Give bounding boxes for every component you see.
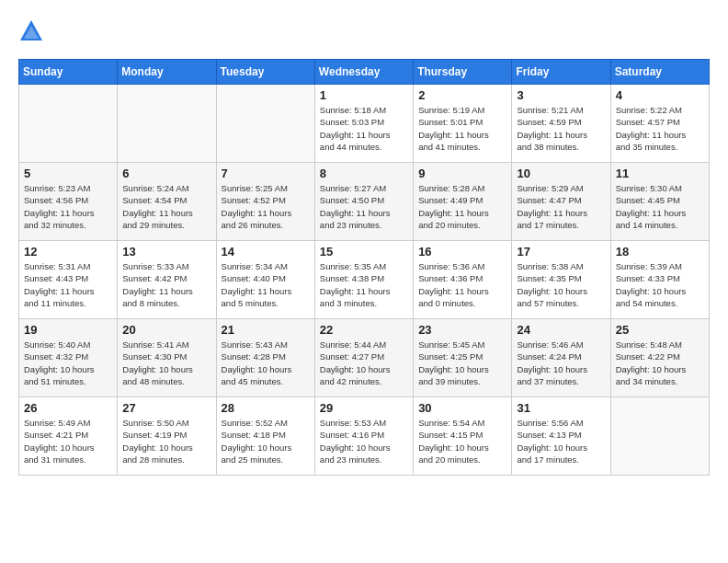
calendar-day-cell: 19Sunrise: 5:40 AM Sunset: 4:32 PM Dayli… <box>19 319 118 397</box>
day-detail: Sunrise: 5:39 AM Sunset: 4:33 PM Dayligh… <box>616 260 704 309</box>
calendar-week-row: 26Sunrise: 5:49 AM Sunset: 4:21 PM Dayli… <box>19 397 710 476</box>
calendar-day-cell: 12Sunrise: 5:31 AM Sunset: 4:43 PM Dayli… <box>19 241 118 319</box>
day-number: 9 <box>418 167 506 180</box>
day-detail: Sunrise: 5:25 AM Sunset: 4:52 PM Dayligh… <box>222 182 310 231</box>
calendar-day-cell: 30Sunrise: 5:54 AM Sunset: 4:15 PM Dayli… <box>414 397 512 476</box>
day-detail: Sunrise: 5:23 AM Sunset: 4:56 PM Dayligh… <box>24 182 112 231</box>
calendar-day-cell: 22Sunrise: 5:44 AM Sunset: 4:27 PM Dayli… <box>314 319 413 397</box>
day-detail: Sunrise: 5:44 AM Sunset: 4:27 PM Dayligh… <box>320 339 408 387</box>
day-detail: Sunrise: 5:43 AM Sunset: 4:28 PM Dayligh… <box>222 339 310 387</box>
day-detail: Sunrise: 5:49 AM Sunset: 4:21 PM Dayligh… <box>24 417 112 465</box>
calendar-day-cell: 26Sunrise: 5:49 AM Sunset: 4:21 PM Dayli… <box>19 397 118 476</box>
calendar-day-cell: 20Sunrise: 5:41 AM Sunset: 4:30 PM Dayli… <box>118 319 216 397</box>
calendar-day-cell: 17Sunrise: 5:38 AM Sunset: 4:35 PM Dayli… <box>512 241 610 319</box>
calendar-day-cell: 29Sunrise: 5:53 AM Sunset: 4:16 PM Dayli… <box>314 397 413 476</box>
calendar-day-cell: 10Sunrise: 5:29 AM Sunset: 4:47 PM Dayli… <box>512 163 610 241</box>
day-detail: Sunrise: 5:35 AM Sunset: 4:38 PM Dayligh… <box>320 260 408 309</box>
calendar-table: SundayMondayTuesdayWednesdayThursdayFrid… <box>18 59 710 476</box>
calendar-week-row: 19Sunrise: 5:40 AM Sunset: 4:32 PM Dayli… <box>19 319 710 397</box>
day-detail: Sunrise: 5:33 AM Sunset: 4:42 PM Dayligh… <box>122 260 210 309</box>
day-detail: Sunrise: 5:52 AM Sunset: 4:18 PM Dayligh… <box>222 417 310 465</box>
calendar-day-cell: 31Sunrise: 5:56 AM Sunset: 4:13 PM Dayli… <box>512 397 610 476</box>
day-number: 7 <box>222 167 310 180</box>
calendar-day-cell: 3Sunrise: 5:21 AM Sunset: 4:59 PM Daylig… <box>512 85 610 163</box>
day-number: 18 <box>616 245 704 259</box>
day-detail: Sunrise: 5:53 AM Sunset: 4:16 PM Dayligh… <box>320 417 408 465</box>
calendar-day-cell: 13Sunrise: 5:33 AM Sunset: 4:42 PM Dayli… <box>118 241 216 319</box>
day-detail: Sunrise: 5:28 AM Sunset: 4:49 PM Dayligh… <box>418 182 506 231</box>
day-number: 19 <box>24 323 112 337</box>
calendar-day-cell <box>118 85 216 163</box>
calendar-day-cell: 1Sunrise: 5:18 AM Sunset: 5:03 PM Daylig… <box>314 85 413 163</box>
calendar-day-cell <box>19 85 118 163</box>
calendar-day-cell: 5Sunrise: 5:23 AM Sunset: 4:56 PM Daylig… <box>19 163 118 241</box>
logo-icon <box>18 18 44 44</box>
day-detail: Sunrise: 5:29 AM Sunset: 4:47 PM Dayligh… <box>517 182 605 231</box>
day-detail: Sunrise: 5:30 AM Sunset: 4:45 PM Dayligh… <box>616 182 704 231</box>
day-number: 6 <box>122 167 210 180</box>
calendar-day-cell: 14Sunrise: 5:34 AM Sunset: 4:40 PM Dayli… <box>216 241 314 319</box>
day-number: 26 <box>24 401 112 415</box>
calendar-day-cell: 8Sunrise: 5:27 AM Sunset: 4:50 PM Daylig… <box>314 163 413 241</box>
day-detail: Sunrise: 5:27 AM Sunset: 4:50 PM Dayligh… <box>320 182 408 231</box>
calendar-day-cell: 16Sunrise: 5:36 AM Sunset: 4:36 PM Dayli… <box>414 241 512 319</box>
day-number: 30 <box>418 401 506 415</box>
calendar-day-cell: 28Sunrise: 5:52 AM Sunset: 4:18 PM Dayli… <box>216 397 314 476</box>
day-detail: Sunrise: 5:45 AM Sunset: 4:25 PM Dayligh… <box>418 339 506 387</box>
weekday-header: Wednesday <box>314 60 413 85</box>
weekday-header: Tuesday <box>216 60 314 85</box>
day-detail: Sunrise: 5:21 AM Sunset: 4:59 PM Dayligh… <box>517 104 605 153</box>
calendar-day-cell: 9Sunrise: 5:28 AM Sunset: 4:49 PM Daylig… <box>414 163 512 241</box>
day-number: 21 <box>222 323 310 337</box>
day-number: 5 <box>24 167 112 180</box>
day-detail: Sunrise: 5:36 AM Sunset: 4:36 PM Dayligh… <box>418 260 506 309</box>
calendar-week-row: 5Sunrise: 5:23 AM Sunset: 4:56 PM Daylig… <box>19 163 710 241</box>
day-number: 17 <box>517 245 605 259</box>
day-number: 14 <box>222 245 310 259</box>
calendar-day-cell: 25Sunrise: 5:48 AM Sunset: 4:22 PM Dayli… <box>610 319 709 397</box>
day-number: 27 <box>122 401 210 415</box>
day-number: 13 <box>122 245 210 259</box>
day-detail: Sunrise: 5:56 AM Sunset: 4:13 PM Dayligh… <box>517 417 605 465</box>
calendar-day-cell: 27Sunrise: 5:50 AM Sunset: 4:19 PM Dayli… <box>118 397 216 476</box>
day-detail: Sunrise: 5:54 AM Sunset: 4:15 PM Dayligh… <box>418 417 506 465</box>
calendar-header-row: SundayMondayTuesdayWednesdayThursdayFrid… <box>19 60 710 85</box>
day-number: 12 <box>24 245 112 259</box>
calendar-week-row: 12Sunrise: 5:31 AM Sunset: 4:43 PM Dayli… <box>19 241 710 319</box>
weekday-header: Sunday <box>19 60 118 85</box>
calendar-day-cell: 7Sunrise: 5:25 AM Sunset: 4:52 PM Daylig… <box>216 163 314 241</box>
calendar-day-cell <box>216 85 314 163</box>
weekday-header: Saturday <box>610 60 709 85</box>
page-header <box>18 18 710 44</box>
calendar-day-cell: 24Sunrise: 5:46 AM Sunset: 4:24 PM Dayli… <box>512 319 610 397</box>
day-number: 29 <box>320 401 408 415</box>
calendar-day-cell: 18Sunrise: 5:39 AM Sunset: 4:33 PM Dayli… <box>610 241 709 319</box>
day-number: 3 <box>517 88 605 102</box>
day-number: 1 <box>320 88 408 102</box>
logo <box>18 18 48 44</box>
calendar-day-cell: 23Sunrise: 5:45 AM Sunset: 4:25 PM Dayli… <box>414 319 512 397</box>
calendar-day-cell: 11Sunrise: 5:30 AM Sunset: 4:45 PM Dayli… <box>610 163 709 241</box>
day-detail: Sunrise: 5:40 AM Sunset: 4:32 PM Dayligh… <box>24 339 112 387</box>
day-number: 20 <box>122 323 210 337</box>
calendar-week-row: 1Sunrise: 5:18 AM Sunset: 5:03 PM Daylig… <box>19 85 710 163</box>
day-detail: Sunrise: 5:50 AM Sunset: 4:19 PM Dayligh… <box>122 417 210 465</box>
day-number: 16 <box>418 245 506 259</box>
day-number: 15 <box>320 245 408 259</box>
day-detail: Sunrise: 5:19 AM Sunset: 5:01 PM Dayligh… <box>418 104 506 153</box>
day-number: 22 <box>320 323 408 337</box>
day-number: 10 <box>517 167 605 180</box>
day-detail: Sunrise: 5:22 AM Sunset: 4:57 PM Dayligh… <box>616 104 704 153</box>
calendar-day-cell: 6Sunrise: 5:24 AM Sunset: 4:54 PM Daylig… <box>118 163 216 241</box>
day-number: 4 <box>616 88 704 102</box>
day-detail: Sunrise: 5:48 AM Sunset: 4:22 PM Dayligh… <box>616 339 704 387</box>
day-number: 11 <box>616 167 704 180</box>
day-number: 23 <box>418 323 506 337</box>
calendar-day-cell: 21Sunrise: 5:43 AM Sunset: 4:28 PM Dayli… <box>216 319 314 397</box>
day-detail: Sunrise: 5:38 AM Sunset: 4:35 PM Dayligh… <box>517 260 605 309</box>
day-number: 2 <box>418 88 506 102</box>
calendar-day-cell: 2Sunrise: 5:19 AM Sunset: 5:01 PM Daylig… <box>414 85 512 163</box>
day-number: 24 <box>517 323 605 337</box>
calendar-day-cell <box>610 397 709 476</box>
weekday-header: Thursday <box>414 60 512 85</box>
